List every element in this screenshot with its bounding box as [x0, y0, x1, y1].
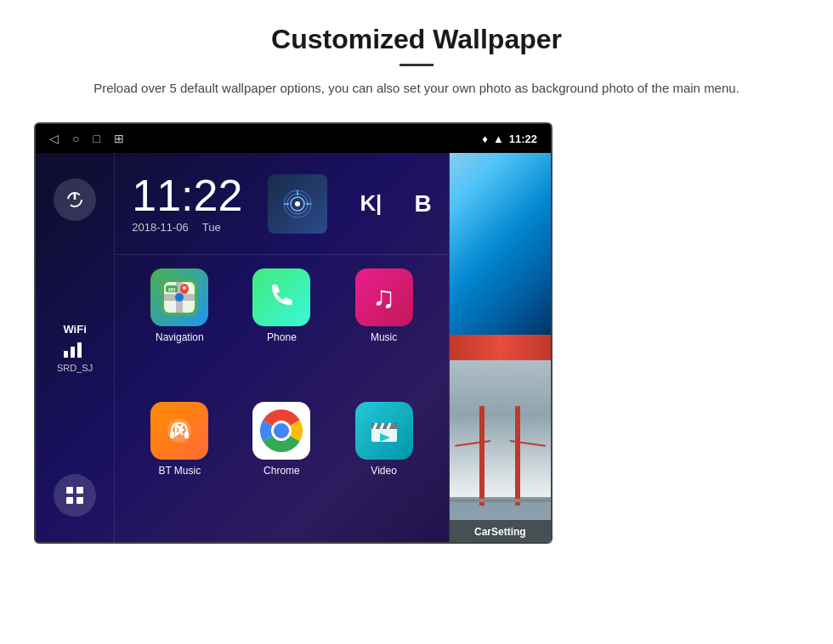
status-time: 11:22: [509, 133, 537, 145]
apps-grid: 280 Navigation Phone: [115, 255, 448, 542]
carsetting-label-container: CarSetting: [450, 520, 551, 542]
home-main: 11:22 2018-11-06 Tue: [115, 153, 449, 542]
svg-rect-8: [76, 497, 83, 504]
svg-rect-5: [66, 487, 73, 494]
bt-music-label: BT Music: [158, 465, 201, 477]
svg-rect-27: [184, 432, 189, 438]
wifi-signal-icon: ▲: [493, 133, 504, 145]
ice-visual: [450, 153, 551, 335]
ki-label-2: |: [376, 190, 382, 217]
bridge-visual: [450, 360, 551, 542]
svg-rect-6: [76, 487, 83, 494]
apps-grid-button[interactable]: [54, 474, 96, 517]
navigation-label: Navigation: [156, 331, 204, 343]
svg-rect-26: [170, 432, 174, 438]
sidebar: WiFi SRD_SJ: [36, 153, 115, 542]
music-note-icon: ♫: [372, 280, 395, 315]
wallpaper-sidebar: CarSetting: [450, 153, 551, 542]
page-title: Customized Wallpaper: [85, 24, 748, 55]
radio-shortcut[interactable]: [268, 174, 327, 234]
svg-rect-3: [71, 347, 75, 358]
svg-rect-2: [64, 351, 68, 358]
svg-rect-7: [66, 497, 73, 504]
music-icon: ♫: [355, 268, 413, 326]
app-item-phone[interactable]: Phone: [234, 268, 329, 395]
music-label: Music: [371, 331, 397, 343]
navigation-icon: 280: [150, 268, 208, 326]
status-bar-left: ◁ ○ □ ⊞: [49, 132, 124, 145]
clock-info: 11:22 2018-11-06 Tue: [132, 173, 242, 234]
bt-music-icon: [150, 402, 208, 460]
title-divider: [400, 64, 434, 66]
svg-point-20: [175, 293, 184, 302]
wallpaper-strip: [450, 335, 551, 360]
wallpaper-bridge[interactable]: CarSetting: [450, 360, 551, 542]
wifi-label: WiFi: [57, 323, 93, 336]
recent-icon[interactable]: □: [93, 132, 99, 145]
status-bar: ◁ ○ □ ⊞ ♦ ▲ 11:22: [36, 124, 551, 153]
b-label: B: [414, 190, 431, 217]
power-button[interactable]: [54, 178, 96, 221]
app-item-music[interactable]: ♫ Music: [337, 268, 432, 395]
wifi-signal-bars: [57, 339, 93, 361]
svg-text:280: 280: [168, 287, 176, 292]
wifi-network-name: SRD_SJ: [57, 363, 93, 373]
phone-icon: [252, 268, 310, 326]
screenshot-icon[interactable]: ⊞: [114, 132, 124, 145]
svg-point-22: [183, 286, 186, 290]
app-item-chrome[interactable]: Chrome: [234, 402, 329, 528]
app-item-navigation[interactable]: 280 Navigation: [132, 268, 227, 395]
status-bar-right: ♦ ▲ 11:22: [482, 133, 537, 145]
page-header: Customized Wallpaper Preload over 5 defa…: [0, 0, 833, 114]
wallpaper-glacier[interactable]: [450, 153, 551, 335]
chrome-icon: [252, 402, 310, 460]
svg-rect-4: [77, 342, 82, 358]
svg-point-12: [295, 201, 300, 206]
video-icon: [355, 402, 413, 460]
home-icon[interactable]: ○: [72, 132, 79, 145]
app-item-bt-music[interactable]: BT Music: [132, 402, 227, 528]
phone-label: Phone: [267, 331, 297, 343]
location-icon: ♦: [482, 133, 488, 145]
page-subtitle: Preload over 5 default wallpaper options…: [85, 78, 748, 99]
clock-date: 2018-11-06 Tue: [132, 221, 242, 234]
device-mockup: ◁ ○ □ ⊞ ♦ ▲ 11:22: [34, 122, 552, 544]
b-shortcut[interactable]: B: [414, 190, 431, 217]
svg-point-30: [274, 423, 289, 438]
clock-time: 11:22: [132, 173, 242, 217]
clock-area: 11:22 2018-11-06 Tue: [115, 153, 448, 255]
home-screen: WiFi SRD_SJ: [36, 153, 551, 542]
app-item-video[interactable]: Video: [337, 402, 432, 528]
carsetting-label: CarSetting: [474, 526, 526, 538]
ki-shortcut[interactable]: K|: [353, 190, 388, 217]
main-content: ◁ ○ □ ⊞ ♦ ▲ 11:22: [0, 122, 833, 544]
back-icon[interactable]: ◁: [49, 132, 59, 145]
chrome-label: Chrome: [264, 465, 300, 477]
ki-label: K: [360, 190, 376, 217]
wifi-info: WiFi SRD_SJ: [57, 323, 93, 373]
video-label: Video: [371, 465, 396, 477]
